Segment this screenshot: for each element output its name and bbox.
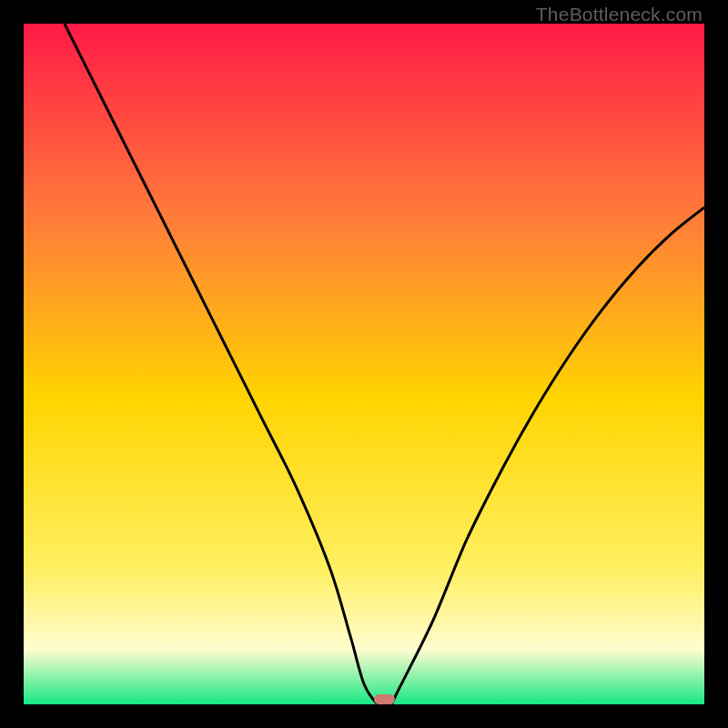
plot-area: [24, 24, 704, 704]
watermark-text: TheBottleneck.com: [536, 4, 703, 25]
chart-frame: TheBottleneck.com: [0, 0, 728, 728]
optimum-marker: [374, 694, 394, 704]
bottleneck-curve: [24, 24, 704, 704]
